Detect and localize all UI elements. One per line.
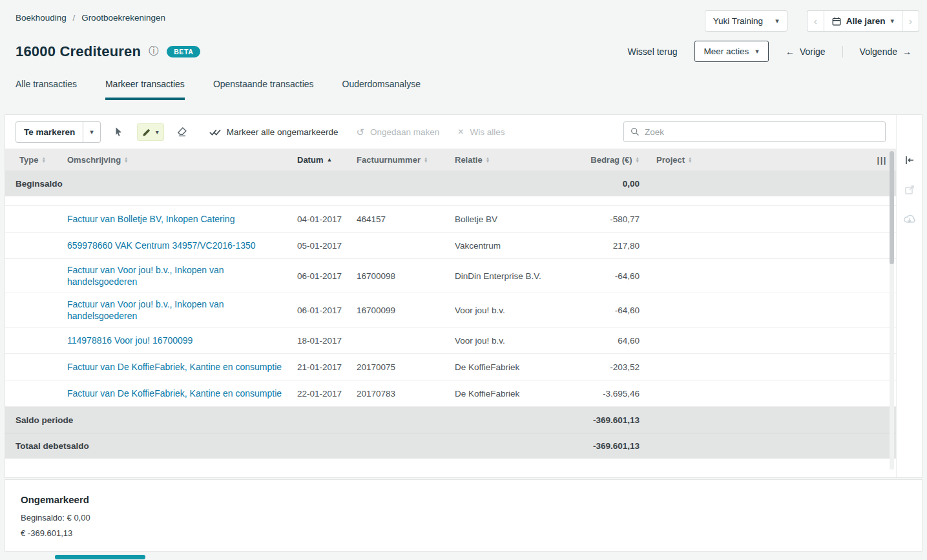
calendar-icon xyxy=(832,17,841,26)
chevron-down-icon: ▾ xyxy=(890,17,894,25)
transaction-link[interactable]: Factuur van Voor jou! b.v., Inkopen van … xyxy=(67,299,224,321)
column-header-factuurnummer[interactable]: Factuurnummer▲▼ xyxy=(351,155,450,165)
chevron-down-icon: ▾ xyxy=(156,129,159,136)
edit-export-icon xyxy=(904,185,915,195)
meer-acties-button[interactable]: Meer acties ▾ xyxy=(694,41,769,62)
column-header-type[interactable]: Type▲▼ xyxy=(5,155,62,165)
table-row[interactable]: 659978660 VAK Centrum 34957/VC2016-1350 … xyxy=(5,233,896,259)
table-row[interactable]: Factuur van De KoffieFabriek, Kantine en… xyxy=(5,354,896,380)
chevron-left-icon: ‹ xyxy=(814,16,817,26)
info-icon[interactable]: ⓘ xyxy=(149,45,159,58)
column-header-omschrijving[interactable]: Omschrijving▲▼ xyxy=(62,155,292,165)
beta-badge: BETA xyxy=(167,46,200,57)
tab-ouderdomsanalyse[interactable]: Ouderdomsanalyse xyxy=(342,79,421,100)
vorige-button[interactable]: ← Vorige xyxy=(786,47,826,57)
volgende-button[interactable]: Volgende → xyxy=(860,47,911,57)
header-row: 16000 Crediteuren ⓘ BETA Wissel terug Me… xyxy=(0,32,927,62)
wis-alles-button[interactable]: ✕ Wis alles xyxy=(457,127,505,137)
transaction-list: Factuur van Bolletje BV, Inkopen Caterin… xyxy=(5,205,896,407)
vertical-scrollbar[interactable] xyxy=(890,151,894,470)
transactions-panel: Te markeren ▾ ▾ Markeer alle ongemarkeer… xyxy=(5,114,922,478)
sort-icon: ▲▼ xyxy=(636,156,640,163)
tab-openstaande-transacties[interactable]: Openstaande transacties xyxy=(213,79,314,100)
year-filter-value: Alle jaren xyxy=(846,16,886,26)
table-row[interactable]: Factuur van Bolletje BV, Inkopen Caterin… xyxy=(5,206,896,233)
cloud-download-icon xyxy=(904,214,915,223)
breadcrumb: Boekhouding / Grootboekrekeningen xyxy=(16,10,165,23)
search-icon xyxy=(630,127,640,136)
top-bar: Boekhouding / Grootboekrekeningen Yuki T… xyxy=(0,0,927,32)
transaction-link[interactable]: 114978816 Voor jou! 16700099 xyxy=(67,335,193,346)
unmarked-summary-panel: Ongemarkeerd Beginsaldo: € 0,00 € -369.6… xyxy=(5,479,922,552)
arrow-left-icon: ← xyxy=(786,47,795,57)
collapse-panel-button[interactable] xyxy=(904,155,915,168)
cursor-tool-button[interactable] xyxy=(110,123,128,140)
markeer-alle-button[interactable]: Markeer alle ongemarkeerde xyxy=(209,127,339,137)
transaction-link[interactable]: Factuur van De KoffieFabriek, Kantine en… xyxy=(67,388,282,399)
table-row[interactable]: Factuur van Voor jou! b.v., Inkopen van … xyxy=(5,293,896,327)
breadcrumb-separator: / xyxy=(73,13,76,23)
scrollbar-thumb[interactable] xyxy=(890,151,894,264)
company-name: Yuki Training xyxy=(713,16,763,26)
summary-beginsaldo: Beginsaldo: € 0,00 xyxy=(21,513,906,523)
mode-dropdown[interactable]: Te markeren ▾ xyxy=(16,121,101,143)
search-input[interactable] xyxy=(645,127,879,137)
eraser-tool-button[interactable] xyxy=(173,123,191,140)
spacer xyxy=(5,196,896,205)
chevron-down-icon: ▾ xyxy=(755,47,759,56)
search-box xyxy=(623,121,886,142)
pen-tool-button[interactable]: ▾ xyxy=(137,123,164,141)
wissel-terug-link[interactable]: Wissel terug xyxy=(628,47,678,57)
double-check-icon xyxy=(209,128,221,136)
cursor-icon xyxy=(114,127,124,137)
table-row[interactable]: Factuur van De KoffieFabriek, Kantine en… xyxy=(5,380,896,407)
horizontal-scrollbar-thumb[interactable] xyxy=(55,555,145,559)
year-prev-button[interactable]: ‹ xyxy=(807,10,824,32)
transaction-link[interactable]: Factuur van Bolletje BV, Inkopen Caterin… xyxy=(67,214,234,224)
year-navigation: ‹ Alle jaren ▾ › xyxy=(807,10,919,32)
ongedaan-maken-button[interactable]: ↺ Ongedaan maken xyxy=(356,127,439,137)
sort-icon: ▲▼ xyxy=(124,156,128,163)
eraser-icon xyxy=(177,127,187,137)
table-header: Type▲▼ Omschrijving▲▼ Datum▲ Factuurnumm… xyxy=(5,149,896,171)
tab-markeer-transacties[interactable]: Markeer transacties xyxy=(105,79,185,100)
year-filter-button[interactable]: Alle jaren ▾ xyxy=(824,10,902,32)
beginsaldo-label: Beginsaldo xyxy=(5,179,292,189)
breadcrumb-link-boekhouding[interactable]: Boekhouding xyxy=(16,13,67,23)
collapse-left-icon xyxy=(904,155,915,165)
right-icon-rail xyxy=(896,115,922,477)
beginsaldo-amount: 0,00 xyxy=(572,179,645,189)
column-header-datum[interactable]: Datum▲ xyxy=(292,155,351,165)
saldo-periode-label: Saldo periode xyxy=(5,415,292,425)
sort-icon: ▲▼ xyxy=(486,156,490,163)
column-header-bedrag[interactable]: Bedrag (€)▲▼ xyxy=(572,155,645,165)
transaction-link[interactable]: Factuur van De KoffieFabriek, Kantine en… xyxy=(67,362,282,372)
export-button[interactable] xyxy=(904,185,915,198)
mark-toolbar: Te markeren ▾ ▾ Markeer alle ongemarkeer… xyxy=(5,115,896,149)
tab-alle-transacties[interactable]: Alle transacties xyxy=(16,79,77,100)
year-next-button[interactable]: › xyxy=(902,10,919,32)
column-header-project[interactable]: Project▲▼ xyxy=(645,155,868,165)
download-button[interactable] xyxy=(904,214,915,226)
arrow-right-icon: → xyxy=(902,47,911,57)
company-selector[interactable]: Yuki Training ▾ xyxy=(705,10,787,32)
table-footer: Saldo periode -369.601,13 Totaal debetsa… xyxy=(5,407,896,459)
breadcrumb-link-grootboekrekeningen[interactable]: Grootboekrekeningen xyxy=(81,13,165,23)
page-title: 16000 Crediteuren xyxy=(16,43,141,60)
transaction-link[interactable]: 659978660 VAK Centrum 34957/VC2016-1350 xyxy=(67,240,256,251)
transaction-link[interactable]: Factuur van Voor jou! b.v., Inkopen van … xyxy=(67,265,224,287)
totaal-debetsaldo-label: Totaal debetsaldo xyxy=(5,441,292,451)
totaal-debetsaldo-row: Totaal debetsaldo -369.601,13 xyxy=(5,433,896,459)
tab-bar: Alle transacties Markeer transacties Ope… xyxy=(0,62,927,100)
table-row[interactable]: 114978816 Voor jou! 16700099 18-01-2017 … xyxy=(5,327,896,354)
undo-icon: ↺ xyxy=(356,127,364,137)
sort-icon: ▲▼ xyxy=(424,156,428,163)
table-row[interactable]: Factuur van Voor jou! b.v., Inkopen van … xyxy=(5,259,896,293)
totaal-debetsaldo-amount: -369.601,13 xyxy=(572,441,645,451)
sort-icon: ▲▼ xyxy=(688,156,692,163)
beginsaldo-row: Beginsaldo 0,00 xyxy=(5,171,896,196)
column-header-relatie[interactable]: Relatie▲▼ xyxy=(450,155,572,165)
chevron-right-icon: › xyxy=(909,16,912,26)
summary-total: € -369.601,13 xyxy=(21,528,906,538)
divider xyxy=(842,46,843,57)
